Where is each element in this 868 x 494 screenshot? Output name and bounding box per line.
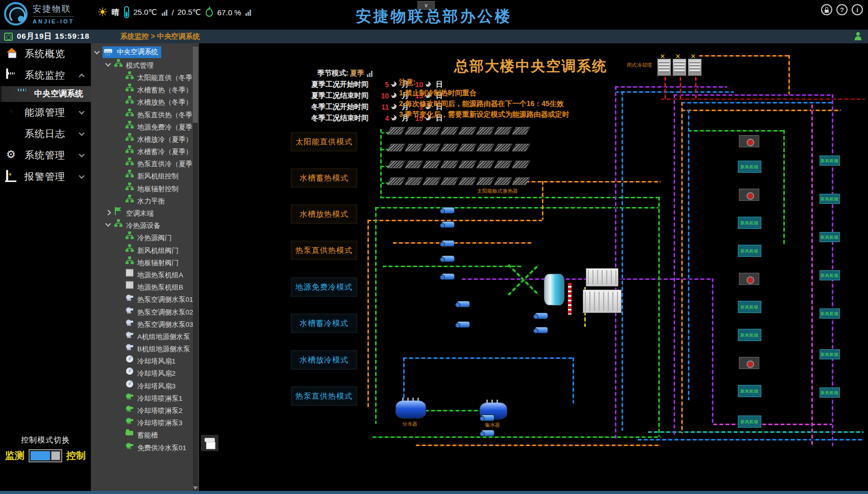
tree-item-水槽放热（冬季）[interactable]: 水槽放热（冬季） bbox=[91, 95, 199, 108]
mode-button-水槽蓄冷模式[interactable]: 水槽蓄冷模式 bbox=[291, 314, 357, 333]
monitor-icon bbox=[6, 69, 19, 82]
sidebar-item-系统概览[interactable]: 系统概览 bbox=[0, 43, 91, 65]
mode-button-地源免费冷模式[interactable]: 地源免费冷模式 bbox=[291, 277, 357, 297]
tree-item-冷却塔喷淋泵1[interactable]: 冷却塔喷淋泵1 bbox=[91, 391, 199, 403]
tree-item-水槽蓄冷（夏季）[interactable]: 水槽蓄冷（夏季） bbox=[91, 145, 199, 157]
tree-item-地源热泵机组B[interactable]: 地源热泵机组B bbox=[91, 280, 199, 293]
app-root: 安捷物联 ANJIE-IOT ☀ 晴 25.0℃ / 20.5℃ 67.0 % … bbox=[0, 0, 868, 494]
mode-button-太阳能直供模式[interactable]: 太阳能直供模式 bbox=[291, 132, 357, 151]
tree-item-冷热源设备[interactable]: 冷热源设备 bbox=[91, 219, 199, 231]
tree-caret-icon[interactable] bbox=[105, 61, 111, 66]
sidebar-item-报警管理[interactable]: 报警管理 bbox=[0, 166, 91, 188]
tree-item-中央空调系统[interactable]: 中央空调系统 bbox=[91, 46, 199, 58]
tree-caret-icon[interactable] bbox=[94, 48, 100, 54]
month-value[interactable]: 10 bbox=[378, 92, 389, 100]
tree-item-地板辐射控制[interactable]: 地板辐射控制 bbox=[91, 181, 199, 194]
tree-item-模式管理[interactable]: 模式管理 bbox=[91, 58, 199, 70]
pump-icon bbox=[481, 430, 494, 436]
pipe bbox=[811, 105, 813, 446]
tree-item-免费供冷水泵01[interactable]: 免费供冷水泵01 bbox=[91, 440, 199, 453]
tree-item-冷却塔风扇3[interactable]: 冷却塔风扇3 bbox=[91, 379, 199, 391]
ahu-unit: 新风机组 bbox=[820, 232, 840, 242]
tree-item-蓄能槽[interactable]: 蓄能槽 bbox=[91, 428, 199, 440]
ahu-unit: 新风机组 bbox=[820, 349, 840, 359]
mode-toggle[interactable] bbox=[29, 449, 62, 462]
sidebar-item-中央空调系统[interactable]: 中央空调系统 bbox=[0, 86, 91, 102]
tree-item-热泵直供冷（夏季）[interactable]: 热泵直供冷（夏季） bbox=[91, 157, 199, 169]
tree-scrollbar[interactable] bbox=[193, 45, 198, 491]
breadcrumb: 系统监控 > 中央空调系统 bbox=[120, 32, 200, 41]
mode-button-水槽放热模式[interactable]: 水槽放热模式 bbox=[291, 204, 357, 224]
sidebar-item-系统管理[interactable]: ⚙系统管理 bbox=[0, 145, 91, 166]
tree-item-地源免费冷（夏季）[interactable]: 地源免费冷（夏季） bbox=[91, 120, 199, 132]
user-icon[interactable] bbox=[854, 32, 862, 40]
wrench-icon[interactable] bbox=[391, 93, 398, 99]
tree-item-label: 热泵空调侧水泵02 bbox=[137, 308, 193, 316]
tree-item-label: 新风机组阀门 bbox=[137, 247, 179, 254]
sidebar-item-系统监控[interactable]: 系统监控 bbox=[0, 65, 91, 86]
info-icon[interactable]: i bbox=[852, 4, 863, 15]
tree-item-A机组地源侧水泵[interactable]: A机组地源侧水泵 bbox=[91, 329, 199, 342]
tree-caret-icon[interactable] bbox=[105, 221, 111, 227]
tree-item-label: 空调末端 bbox=[126, 210, 154, 217]
tree-item-水槽放冷（夏季）[interactable]: 水槽放冷（夏季） bbox=[91, 132, 199, 144]
tree-item-热泵空调侧水泵01[interactable]: 热泵空调侧水泵01 bbox=[91, 293, 199, 305]
cooling-tower-icon bbox=[657, 59, 671, 76]
pipe bbox=[695, 77, 697, 98]
control-mode-box: 控制模式切换 监测 控制 bbox=[0, 435, 91, 462]
mode-button-水槽放冷模式[interactable]: 水槽放冷模式 bbox=[291, 350, 357, 370]
sidebar-item-能源管理[interactable]: 能源管理 bbox=[0, 102, 91, 123]
season-row-label: 夏季工况结束时间 bbox=[311, 91, 378, 100]
org-icon bbox=[125, 110, 134, 119]
tree-item-地板辐射阀门[interactable]: 地板辐射阀门 bbox=[91, 255, 199, 268]
month-value[interactable]: 11 bbox=[378, 103, 389, 111]
mode-button-热泵直供热模式[interactable]: 热泵直供热模式 bbox=[291, 386, 357, 406]
pump-white-icon bbox=[125, 295, 134, 303]
ahu-unit: 新风机组 bbox=[738, 415, 761, 428]
tree-item-新风机组控制[interactable]: 新风机组控制 bbox=[91, 169, 199, 181]
note-line: 2.每次修改时间后，能源路由器在下一个16：45生效 bbox=[399, 98, 569, 109]
season-mode: 季节模式:夏季 bbox=[317, 69, 374, 78]
tree-item-label: 热泵空调侧水泵01 bbox=[137, 296, 193, 303]
month-value[interactable]: 5 bbox=[378, 81, 389, 89]
tree-item-冷却塔喷淋泵3[interactable]: 冷却塔喷淋泵3 bbox=[91, 416, 199, 428]
mode-button-热泵直供热模式[interactable]: 热泵直供热模式 bbox=[291, 241, 357, 260]
tree-item-地源热泵机组A[interactable]: 地源热泵机组A bbox=[91, 268, 199, 280]
tree-item-水力平衡[interactable]: 水力平衡 bbox=[91, 194, 199, 206]
wrench-icon[interactable] bbox=[391, 104, 398, 111]
lock-icon[interactable] bbox=[821, 4, 832, 15]
help-icon[interactable]: ? bbox=[836, 4, 848, 15]
ahu-unit: 新风机组 bbox=[738, 161, 761, 173]
pipe bbox=[699, 55, 788, 57]
solar-collector-icon bbox=[405, 144, 423, 151]
tree-item-太阳能直供（冬季）[interactable]: 太阳能直供（冬季） bbox=[91, 70, 199, 83]
wrench-icon[interactable] bbox=[391, 82, 398, 88]
tree-item-冷却塔喷淋泵2[interactable]: 冷却塔喷淋泵2 bbox=[91, 403, 199, 415]
tree-item-冷却塔风扇1[interactable]: 冷却塔风扇1 bbox=[91, 354, 199, 367]
pump-green-icon bbox=[125, 418, 134, 427]
ahu-unit: 新风机组 bbox=[820, 194, 840, 204]
tree-caret-icon[interactable] bbox=[105, 210, 111, 215]
month-value[interactable]: 4 bbox=[378, 114, 389, 122]
tree-item-冷热源阀门[interactable]: 冷热源阀门 bbox=[91, 231, 199, 243]
wrench-icon[interactable] bbox=[391, 115, 398, 122]
chevron-down-icon bbox=[79, 151, 84, 157]
tree-item-水槽蓄热（冬季）[interactable]: 水槽蓄热（冬季） bbox=[91, 83, 199, 95]
pipe bbox=[367, 220, 369, 408]
tree-item-B机组地源侧水泵[interactable]: B机组地源侧水泵 bbox=[91, 342, 199, 354]
sidebar-item-系统日志[interactable]: 系统日志 bbox=[0, 123, 91, 145]
org-icon bbox=[125, 147, 134, 155]
org-icon bbox=[125, 85, 134, 94]
tree-item-label: 冷热源阀门 bbox=[137, 234, 172, 242]
season-row-label: 冬季工况开始时间 bbox=[311, 102, 378, 112]
sidebar-subitem-label: 中央空调系统 bbox=[34, 89, 83, 99]
tree-item-热泵直供热（冬季）[interactable]: 热泵直供热（冬季） bbox=[91, 108, 199, 120]
print-button[interactable] bbox=[201, 435, 218, 451]
tree-item-热泵空调侧水泵03[interactable]: 热泵空调侧水泵03 bbox=[91, 317, 199, 329]
mode-button-水槽蓄热模式[interactable]: 水槽蓄热模式 bbox=[291, 168, 357, 188]
tree-item-空调末端[interactable]: 空调末端 bbox=[91, 206, 199, 218]
tree-item-冷却塔风扇2[interactable]: 冷却塔风扇2 bbox=[91, 367, 199, 379]
pipe bbox=[688, 130, 783, 132]
tree-item-新风机组阀门[interactable]: 新风机组阀门 bbox=[91, 243, 199, 255]
tree-item-热泵空调侧水泵02[interactable]: 热泵空调侧水泵02 bbox=[91, 305, 199, 317]
